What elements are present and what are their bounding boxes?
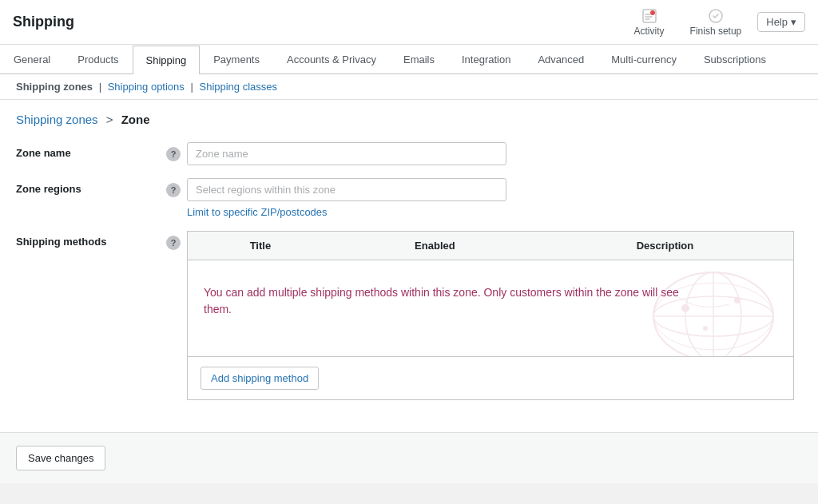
svg-point-11 (703, 326, 708, 331)
tab-multi-currency[interactable]: Multi-currency (598, 45, 690, 73)
breadcrumb-parent-link[interactable]: Shipping zones (16, 113, 98, 126)
finish-setup-icon (708, 8, 724, 24)
zone-name-row: Zone name ? (16, 142, 802, 165)
add-method-row: Add shipping method (188, 356, 794, 400)
col-description: Description (537, 232, 794, 260)
svg-point-1 (650, 10, 655, 15)
shipping-methods-wrap: Title Enabled Description (187, 231, 802, 400)
finish-setup-button[interactable]: Finish setup (681, 5, 752, 40)
shipping-methods-info-row: You can add multiple shipping methods wi… (188, 260, 794, 357)
tab-integration[interactable]: Integration (448, 45, 524, 73)
tab-products[interactable]: Products (64, 45, 132, 73)
subnav: Shipping zones | Shipping options | Ship… (0, 74, 818, 100)
breadcrumb: Shipping zones > Zone (16, 113, 802, 126)
help-label: Help (766, 16, 788, 28)
save-changes-button[interactable]: Save changes (16, 446, 105, 470)
page-body: Shipping zones > Zone Zone name ? Zone r… (0, 100, 818, 432)
save-bar: Save changes (0, 432, 818, 483)
zone-regions-label: Zone regions (16, 178, 160, 195)
add-method-row-div: Add shipping method (188, 356, 793, 399)
tabs-bar: General Products Shipping Payments Accou… (0, 45, 818, 74)
zone-name-help-icon[interactable]: ? (166, 147, 181, 161)
breadcrumb-separator: > (106, 113, 113, 126)
svg-point-10 (734, 297, 741, 304)
page-header: Shipping Activity Finish setup Help ▾ (0, 0, 818, 45)
activity-label: Activity (634, 26, 665, 37)
finish-setup-label: Finish setup (690, 26, 742, 37)
tab-emails[interactable]: Emails (390, 45, 448, 73)
shipping-methods-help-icon[interactable]: ? (166, 236, 181, 250)
zone-name-input-wrap (187, 142, 802, 165)
header-actions: Activity Finish setup Help ▾ (625, 5, 805, 40)
help-button[interactable]: Help ▾ (757, 12, 805, 32)
col-title: Title (188, 232, 333, 260)
activity-button[interactable]: Activity (625, 5, 674, 40)
main-content: General Products Shipping Payments Accou… (0, 45, 818, 483)
add-method-cell: Add shipping method (188, 356, 794, 400)
add-shipping-method-button[interactable]: Add shipping method (201, 367, 319, 390)
activity-icon (641, 8, 657, 24)
zone-regions-help-icon[interactable]: ? (166, 183, 181, 197)
tab-advanced[interactable]: Advanced (524, 45, 598, 73)
chevron-down-icon: ▾ (791, 16, 796, 28)
subnav-sep-2: | (190, 81, 193, 93)
tab-payments[interactable]: Payments (200, 45, 273, 73)
zone-regions-input[interactable] (187, 178, 506, 201)
limit-zip-link[interactable]: Limit to specific ZIP/postcodes (187, 206, 802, 218)
zone-regions-row: Zone regions ? Limit to specific ZIP/pos… (16, 178, 802, 218)
zone-name-input[interactable] (187, 142, 506, 165)
subnav-current: Shipping zones (16, 81, 93, 93)
shipping-methods-table: Title Enabled Description (187, 231, 794, 400)
shipping-methods-label: Shipping methods (16, 231, 160, 248)
subnav-link-shipping-options[interactable]: Shipping options (108, 81, 185, 93)
shipping-methods-info-cell: You can add multiple shipping methods wi… (188, 260, 794, 357)
subnav-link-shipping-classes[interactable]: Shipping classes (199, 81, 277, 93)
subnav-sep-1: | (99, 81, 101, 93)
info-box: You can add multiple shipping methods wi… (188, 260, 793, 356)
tab-shipping[interactable]: Shipping (133, 46, 201, 74)
tab-general[interactable]: General (0, 45, 64, 73)
zone-name-label: Zone name (16, 142, 160, 159)
breadcrumb-current: Zone (121, 113, 150, 126)
info-box-text: You can add multiple shipping methods wi… (204, 284, 699, 318)
shipping-methods-row: Shipping methods ? Title Enabled Descrip… (16, 231, 802, 400)
col-enabled: Enabled (333, 232, 537, 260)
tab-accounts-privacy[interactable]: Accounts & Privacy (273, 45, 390, 73)
page-title: Shipping (13, 14, 74, 30)
shipping-methods-header-row: Title Enabled Description (188, 232, 794, 260)
tab-subscriptions[interactable]: Subscriptions (690, 45, 780, 73)
zone-regions-input-wrap: Limit to specific ZIP/postcodes (187, 178, 802, 218)
